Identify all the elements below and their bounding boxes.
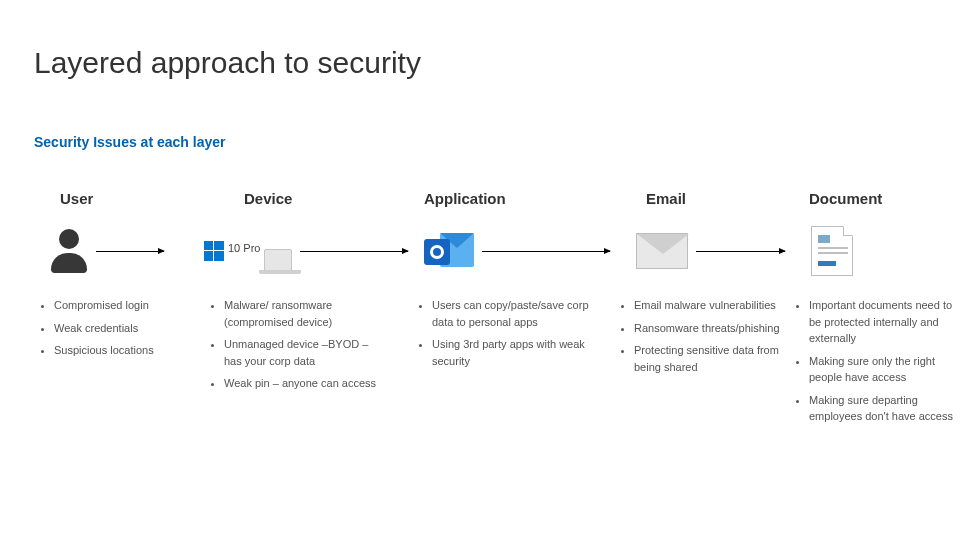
user-icon: [50, 229, 88, 274]
application-issues-list: Users can copy/paste/save corp data to p…: [412, 297, 614, 375]
column-user: User Compromised login Weak credentials …: [34, 190, 204, 431]
list-item: Users can copy/paste/save corp data to p…: [432, 297, 594, 330]
column-user-heading: User: [60, 190, 93, 207]
document-issues-list: Important documents need to be protected…: [789, 297, 959, 431]
column-email-heading: Email: [646, 190, 686, 207]
list-item: Email malware vulnerabilities: [634, 297, 781, 314]
list-item: Protecting sensitive data from being sha…: [634, 342, 781, 375]
device-issues-list: Malware/ ransomware (compromised device)…: [204, 297, 412, 398]
list-item: Weak pin – anyone can access: [224, 375, 388, 392]
arrow-icon: [696, 251, 785, 252]
user-issues-list: Compromised login Weak credentials Suspi…: [34, 297, 154, 365]
list-item: Making sure departing employees don't ha…: [809, 392, 955, 425]
layers-row: User Compromised login Weak credentials …: [34, 190, 969, 431]
device-icon: 10 Pro: [204, 231, 292, 271]
column-application: Application Users can copy/paste/save co…: [412, 190, 614, 431]
list-item: Weak credentials: [54, 320, 154, 337]
arrow-icon: [300, 251, 408, 252]
list-item: Important documents need to be protected…: [809, 297, 955, 347]
outlook-icon: [424, 229, 474, 273]
list-item: Making sure only the right people have a…: [809, 353, 955, 386]
document-icon: [811, 226, 853, 276]
page-title: Layered approach to security: [34, 46, 421, 80]
windows-logo-icon: [204, 241, 224, 261]
email-issues-list: Email malware vulnerabilities Ransomware…: [614, 297, 789, 381]
device-pro-label: 10 Pro: [228, 242, 260, 254]
column-document: Document Important documents need to be …: [789, 190, 959, 431]
column-email: Email Email malware vulnerabilities Rans…: [614, 190, 789, 431]
list-item: Using 3rd party apps with weak security: [432, 336, 594, 369]
column-application-heading: Application: [424, 190, 506, 207]
column-device-heading: Device: [244, 190, 292, 207]
envelope-icon: [636, 233, 688, 269]
column-device: Device 10 Pro Malware/ ransomware (compr…: [204, 190, 412, 431]
laptop-icon: [264, 249, 292, 271]
column-document-heading: Document: [809, 190, 882, 207]
subtitle: Security Issues at each layer: [34, 134, 225, 150]
list-item: Malware/ ransomware (compromised device): [224, 297, 388, 330]
arrow-icon: [96, 251, 164, 252]
list-item: Ransomware threats/phishing: [634, 320, 781, 337]
list-item: Compromised login: [54, 297, 154, 314]
arrow-icon: [482, 251, 610, 252]
list-item: Unmanaged device –BYOD – has your corp d…: [224, 336, 388, 369]
list-item: Suspicious locations: [54, 342, 154, 359]
